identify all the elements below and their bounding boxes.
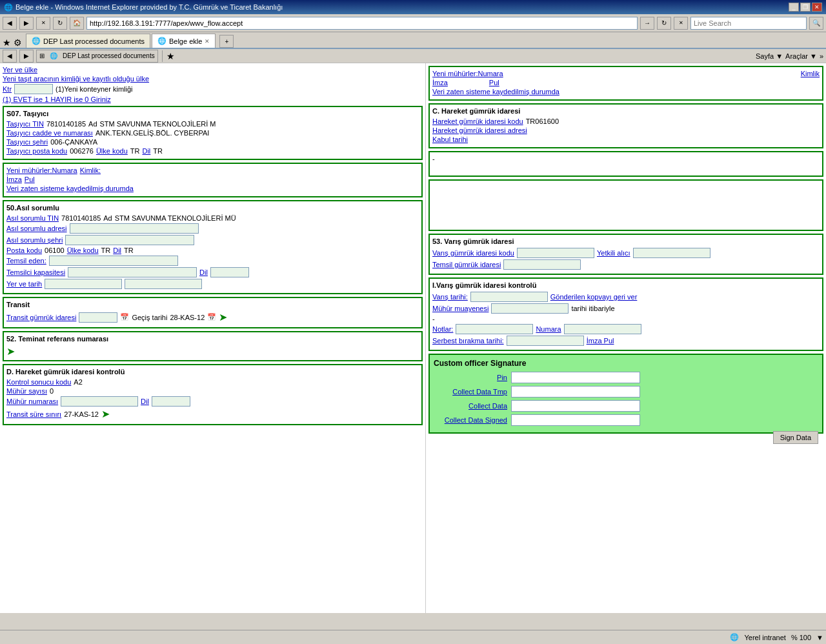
kimlik-link[interactable]: Kimlik:	[80, 166, 101, 174]
close-button[interactable]: ✕	[812, 3, 822, 12]
asil-tin-label[interactable]: Asıl sorumlu TIN	[6, 214, 59, 222]
yer-tarih-label[interactable]: Yer ve tarih	[6, 280, 42, 288]
sehir-label[interactable]: Taşıyıcı şehri	[6, 138, 48, 146]
home-button[interactable]: 🏠	[70, 17, 84, 30]
collect-data-label[interactable]: Collect Data	[434, 402, 511, 410]
stop-live-button[interactable]: ✕	[674, 17, 688, 30]
search-button[interactable]: 🔍	[809, 17, 823, 30]
serbest-input[interactable]	[507, 336, 584, 346]
grid-icon[interactable]: ⊞	[37, 52, 47, 59]
temsilci-input[interactable]	[68, 267, 197, 277]
muhurnum-input[interactable]	[61, 396, 138, 407]
right-imza-label[interactable]: İmza	[432, 79, 448, 86]
address-input[interactable]	[86, 17, 638, 30]
yetkili-input[interactable]	[633, 248, 710, 258]
notlar-input[interactable]	[456, 324, 533, 334]
evet-link[interactable]: (1) EVET ise 1 HAYIR ise 0 Giriniz	[3, 96, 111, 103]
muhur-muayene-label[interactable]: Mühür muayenesi	[432, 305, 489, 312]
toolbar-forward[interactable]: ▶	[19, 50, 34, 63]
asil-ulke-label[interactable]: Ülke kodu	[67, 247, 99, 254]
s52-arrow[interactable]: ➤	[6, 345, 419, 357]
asil-adres-input[interactable]	[70, 223, 199, 234]
yer-ulke-link[interactable]: Yer ve ülke	[3, 66, 37, 74]
asil-sehir-input[interactable]	[65, 235, 194, 245]
ulke-kodu-label[interactable]: Ülke kodu	[96, 147, 128, 155]
kontrol-label[interactable]: Kontrol sonucu kodu	[6, 378, 71, 386]
asil-sehir-label[interactable]: Asıl sorumlu şehri	[6, 236, 63, 244]
collect-data-tmp-label[interactable]: Collect Data Tmp	[434, 388, 511, 396]
gonderilen-label[interactable]: Gönderilen kopvayı geri ver	[550, 293, 638, 301]
hareket-kode-label[interactable]: Hareket gümrük idaresi kodu	[432, 117, 523, 125]
page-menu[interactable]: Sayfa ▼	[756, 52, 783, 60]
muhur-label[interactable]: Mühür sayısı	[6, 387, 47, 395]
temsil-gumruk-label[interactable]: Temsil gümrük idaresi	[432, 261, 501, 268]
calendar-icon-2[interactable]: 📅	[207, 313, 216, 321]
transit-sure-label[interactable]: Transit süre sınırı	[6, 410, 61, 418]
zoom-dropdown-icon[interactable]: ▼	[816, 634, 823, 641]
temsilci-label[interactable]: Temsilci kapasitesi	[6, 268, 65, 276]
posta-label[interactable]: Taşıyıcı posta kodu	[6, 147, 67, 155]
notlar-label[interactable]: Notlar:	[432, 325, 453, 333]
more-icon[interactable]: »	[820, 52, 823, 60]
imza-link[interactable]: İmza	[6, 176, 22, 183]
tools-menu[interactable]: Araçlar ▼	[785, 52, 817, 60]
asil-posta-label[interactable]: Posta kodu	[6, 247, 42, 254]
favorites-icon[interactable]: ★	[3, 37, 11, 48]
asil-dil-label[interactable]: Dil	[113, 247, 121, 254]
forward-button[interactable]: ▶	[19, 17, 34, 30]
right-numara-label[interactable]: Yeni mühürler:Numara	[432, 70, 503, 77]
ktr-label[interactable]: Ktr	[3, 85, 12, 93]
feeds-icon[interactable]: ⚙	[14, 37, 22, 48]
favorites-star[interactable]: ★	[166, 51, 175, 61]
tasiyici-tin-label[interactable]: Taşıyıcı TIN	[6, 120, 44, 128]
back-button[interactable]: ◀	[3, 17, 17, 30]
pul-link[interactable]: Pul	[25, 176, 35, 183]
transit-gumruk-input[interactable]	[79, 312, 117, 323]
restore-button[interactable]: ❐	[800, 3, 811, 12]
pin-label[interactable]: Pin	[434, 374, 511, 381]
yer-tarih-input[interactable]	[45, 279, 122, 289]
numara-link[interactable]: Yeni mühürler:Numara	[6, 166, 77, 174]
transit-arrow[interactable]: ➤	[219, 311, 227, 323]
transit-gumruk-label[interactable]: Transit gümrük idaresi	[6, 314, 76, 321]
temsil-gumruk-input[interactable]	[503, 259, 581, 270]
new-tab-button[interactable]: +	[219, 35, 234, 48]
hareket-adres-label[interactable]: Hareket gümrük idaresi adresi	[432, 126, 527, 134]
varis-kode-label[interactable]: Varış gümrük idaresi kodu	[432, 249, 514, 257]
veri-link[interactable]: Veri zaten sisteme kaydedilmiş durumda	[6, 185, 134, 192]
collect-data-tmp-input[interactable]	[511, 386, 640, 397]
go-button[interactable]: →	[640, 17, 654, 30]
collect-data-signed-label[interactable]: Collect Data Signed	[434, 416, 511, 424]
muhurnum-label[interactable]: Mühür numarası	[6, 397, 58, 405]
ktr-input[interactable]	[14, 84, 53, 94]
d-dil-input[interactable]	[152, 396, 190, 407]
varis-tarihi-label[interactable]: Varış tarihi:	[432, 293, 468, 301]
temsil-label[interactable]: Temsil eden:	[6, 257, 46, 265]
temsilci-dil-label[interactable]: Dil	[199, 268, 208, 276]
tab-close-button[interactable]: ✕	[205, 38, 210, 45]
search-input[interactable]	[690, 17, 807, 30]
temsilci-dil-input[interactable]	[210, 267, 249, 277]
d-arrow[interactable]: ➤	[101, 408, 110, 420]
varis-tarihi-input[interactable]	[470, 292, 548, 302]
asil-adres-label[interactable]: Asıl sorumlu adresi	[6, 225, 67, 232]
numara-input[interactable]	[564, 324, 641, 334]
cadde-label[interactable]: Taşıyıcı cadde ve numarası	[6, 129, 93, 137]
kabul-label[interactable]: Kabul tarihi	[432, 136, 468, 143]
toolbar-back[interactable]: ◀	[3, 50, 17, 63]
title-bar-controls[interactable]: _ ❐ ✕	[789, 3, 822, 12]
collect-data-input[interactable]	[511, 400, 640, 412]
pin-input[interactable]	[511, 372, 640, 383]
arac-kimlik-link[interactable]: Yeni taşıt aracının kimliği ve kayıtlı o…	[3, 75, 149, 83]
refresh-live-button[interactable]: ↻	[657, 17, 671, 30]
yetkili-label[interactable]: Yetkili alıcı	[597, 249, 630, 257]
refresh-button[interactable]: ↻	[53, 17, 67, 30]
tab-belge[interactable]: 🌐 Belge ekle ✕	[152, 34, 216, 48]
varis-kode-input[interactable]	[517, 248, 594, 258]
yer-tarih-input2[interactable]	[125, 279, 202, 289]
collect-data-signed-input[interactable]	[511, 414, 640, 426]
temsil-input[interactable]	[49, 256, 178, 266]
right-veri-label[interactable]: Veri zaten sisteme kaydedilmiş durumda	[432, 88, 559, 96]
dil-label[interactable]: Dil	[142, 147, 150, 155]
d-dil-label[interactable]: Dil	[141, 397, 149, 405]
